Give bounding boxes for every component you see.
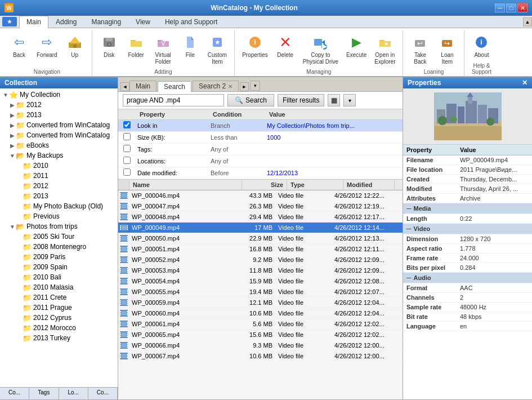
- delete-button[interactable]: ✕ Delete: [273, 32, 298, 60]
- tree-node-y2013[interactable]: ▶📁2013: [1, 110, 117, 120]
- tree-node-previous[interactable]: 📁Previous: [1, 211, 117, 221]
- tree-node-ski2005[interactable]: 📁2005 Ski Tour: [1, 232, 117, 242]
- ribbon-collapse-button[interactable]: ▲: [523, 17, 532, 26]
- tree-node-mybackups[interactable]: ▼📂My Backups: [1, 150, 117, 161]
- back-button[interactable]: ⇦ Back: [7, 32, 32, 60]
- file-row-10[interactable]: WP_000059.mp412.1 MBVideo file4/26/2012 …: [118, 297, 403, 308]
- tree-node-b2011[interactable]: 📁2011: [1, 171, 117, 181]
- view-toggle-button[interactable]: ▦: [328, 94, 340, 106]
- file-row-3[interactable]: WP_000049.mp417 MBVideo file4/26/2012 12…: [118, 223, 403, 233]
- file-row-14[interactable]: WP_000066.mp49.3 MBVideo file4/26/2012 1…: [118, 340, 403, 351]
- up-button[interactable]: Up: [62, 32, 87, 60]
- tree-node-conv2[interactable]: ▶📁Converted from WinCatalog: [1, 130, 117, 140]
- tab-new-button[interactable]: ▾: [250, 81, 260, 91]
- col-type[interactable]: Type: [287, 180, 343, 190]
- filter-results-button[interactable]: Filter results: [278, 94, 324, 106]
- loan-item-button[interactable]: ↪ Loan Item: [435, 32, 459, 67]
- collection-panel-tab-0[interactable]: Co...: [0, 388, 29, 399]
- tab-adding[interactable]: Adding: [48, 16, 84, 28]
- file-button[interactable]: File: [178, 32, 203, 60]
- tree-node-bali2010[interactable]: 📁2010 Bali: [1, 272, 117, 282]
- tree-node-malasia2010[interactable]: 📁2010 Malasia: [1, 282, 117, 292]
- file-row-15[interactable]: WP_000067.mp410.6 MBVideo file4/26/2012 …: [118, 351, 403, 362]
- file-row-5[interactable]: WP_000051.mp416.8 MBVideo file4/26/2012 …: [118, 244, 403, 255]
- file-row-13[interactable]: WP_000065.mp415.6 MBVideo file4/26/2012 …: [118, 330, 403, 340]
- search-button[interactable]: 🔍 Search: [227, 94, 274, 106]
- tab-view[interactable]: View: [128, 16, 158, 28]
- minimize-button[interactable]: ─: [495, 3, 505, 12]
- virtual-folder-button[interactable]: V Virtual Folder: [151, 32, 176, 67]
- folder-button[interactable]: Folder: [124, 32, 149, 60]
- file-row-6[interactable]: WP_000052.mp49.2 MBVideo file4/26/2012 1…: [118, 255, 403, 265]
- tree-expander[interactable]: ▶: [9, 122, 16, 128]
- tab-managing[interactable]: Managing: [84, 16, 128, 28]
- execute-button[interactable]: ▶ Execute: [343, 32, 369, 60]
- tab-nav-left[interactable]: ◄: [120, 82, 129, 91]
- file-row-0[interactable]: WP_000046.mp443.3 MBVideo file4/26/2012 …: [118, 190, 403, 201]
- col-size[interactable]: Size: [242, 180, 287, 190]
- file-row-4[interactable]: WP_000050.mp422.9 MBVideo file4/26/2012 …: [118, 233, 403, 244]
- content-tab-1[interactable]: Search: [158, 81, 191, 92]
- tree-node-ebooks[interactable]: ▶📁eBooks: [1, 140, 117, 150]
- about-button[interactable]: i About: [469, 32, 494, 60]
- open-in-explorer-button[interactable]: Open in Explorer: [372, 32, 398, 67]
- tree-node-mont2008[interactable]: 📁2008 Montenegro: [1, 242, 117, 252]
- collection-panel-tab-1[interactable]: Tags: [29, 388, 59, 399]
- collection-panel-tab-2[interactable]: Lo...: [59, 388, 88, 399]
- file-row-7[interactable]: WP_000053.mp411.8 MBVideo file4/26/2012 …: [118, 265, 403, 276]
- filter-checkbox[interactable]: [118, 133, 135, 142]
- filter-checkbox[interactable]: [118, 121, 135, 130]
- file-row-11[interactable]: WP_000060.mp410.6 MBVideo file4/26/2012 …: [118, 308, 403, 319]
- tree-expander[interactable]: ▼: [2, 92, 9, 98]
- tree-expander[interactable]: ▶: [9, 112, 16, 118]
- tree-node-paris2009[interactable]: 📁2009 Paris: [1, 252, 117, 262]
- tree-node-prague2011[interactable]: 📁2011 Prague: [1, 303, 117, 313]
- tab-main[interactable]: Main: [19, 16, 48, 28]
- tab-help[interactable]: Help and Support: [158, 16, 225, 28]
- tree-node-turkey2013[interactable]: 📁2013 Turkey: [1, 333, 117, 343]
- filter-row-3[interactable]: Locations:Any of: [118, 155, 403, 167]
- tree-node-y2012[interactable]: ▶📁2012: [1, 100, 117, 110]
- filter-row-2[interactable]: Tags:Any of: [118, 144, 403, 155]
- file-row-8[interactable]: WP_000054.mp415.9 MBVideo file4/26/2012 …: [118, 276, 403, 287]
- search-input[interactable]: [123, 94, 224, 106]
- close-button[interactable]: ✕: [517, 3, 527, 12]
- view-dropdown-button[interactable]: ▾: [343, 94, 356, 106]
- tree-expander[interactable]: ▼: [9, 224, 16, 230]
- tree-node-b2013[interactable]: 📁2013: [1, 191, 117, 201]
- col-modified[interactable]: Modified: [343, 180, 395, 190]
- properties-panel-close[interactable]: ✕: [522, 79, 527, 87]
- take-back-button[interactable]: ↩ Take Back: [408, 32, 432, 67]
- tree-node-b2012[interactable]: 📁2012: [1, 181, 117, 191]
- tree-node-morocco2012[interactable]: 📁2012 Morocco: [1, 323, 117, 333]
- properties-button[interactable]: i Properties: [239, 32, 271, 60]
- tree-node-crete2011[interactable]: 📁2011 Crete: [1, 292, 117, 303]
- copy-to-physical-button[interactable]: ▶ Copy to Physical Drive: [300, 32, 341, 67]
- file-row-2[interactable]: WP_000048.mp429.4 MBVideo file4/26/2012 …: [118, 212, 403, 223]
- filter-row-4[interactable]: Date modified:Before12/12/2013: [118, 167, 403, 179]
- tree-node-cyprus2012[interactable]: 📁2012 Cyprus: [1, 313, 117, 323]
- collection-panel-tab-3[interactable]: Co...: [88, 388, 118, 399]
- tree-node-phototrips[interactable]: ▼📂Photos from trips: [1, 221, 117, 232]
- filter-row-1[interactable]: Size (KB):Less than1000: [118, 132, 403, 144]
- maximize-button[interactable]: □: [506, 3, 516, 12]
- tree-node-mycollection[interactable]: ▼⭐My Collection: [1, 90, 117, 100]
- tab-nav-right[interactable]: ►: [240, 82, 249, 91]
- tree-expander[interactable]: ▼: [9, 153, 16, 159]
- tree-node-myphoto[interactable]: 📁My Photo Backup (Old): [1, 201, 117, 211]
- file-row-9[interactable]: WP_000055.mp419.4 MBVideo file4/26/2012 …: [118, 287, 403, 297]
- tab-close-button[interactable]: ✕: [228, 83, 233, 90]
- content-tab-0[interactable]: Main: [129, 81, 157, 91]
- tree-expander[interactable]: ▶: [9, 132, 16, 139]
- custom-item-button[interactable]: ★ Custom Item: [205, 32, 230, 67]
- tree-node-b2010[interactable]: 📁2010: [1, 161, 117, 171]
- file-row-1[interactable]: WP_000047.mp426.3 MBVideo file4/26/2012 …: [118, 201, 403, 212]
- tree-expander[interactable]: ▶: [9, 102, 16, 108]
- filter-row-0[interactable]: Look inBranchMy Collection\Photos from t…: [118, 120, 403, 132]
- forward-button[interactable]: ⇨ Forward: [34, 32, 60, 60]
- col-name[interactable]: Name: [129, 180, 242, 190]
- disk-button[interactable]: Disk: [97, 32, 122, 60]
- tree-node-conv1[interactable]: ▶📁Converted from WinCatalog: [1, 120, 117, 130]
- content-tab-2[interactable]: Search 2 ✕: [193, 81, 239, 91]
- file-list-scroll[interactable]: WP_000046.mp443.3 MBVideo file4/26/2012 …: [118, 190, 403, 399]
